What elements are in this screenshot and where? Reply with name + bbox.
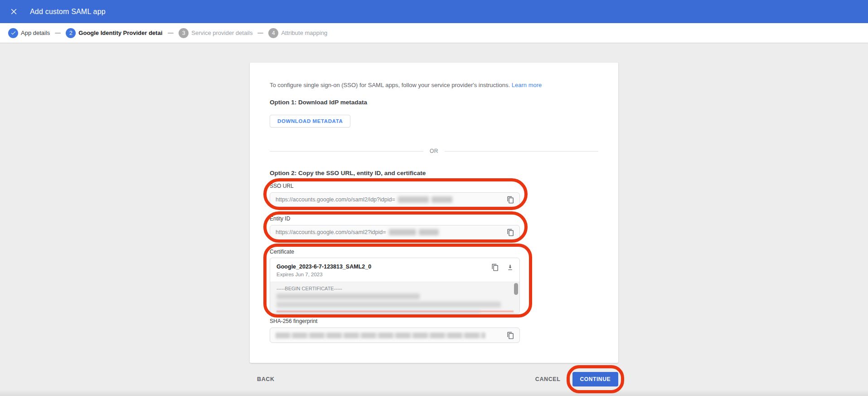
bottom-shade bbox=[0, 390, 868, 396]
redacted-certificate-line bbox=[276, 311, 514, 312]
certificate-label: Certificate bbox=[270, 249, 520, 255]
step-label: Attribute mapping bbox=[281, 29, 327, 36]
step-number-circle: 4 bbox=[268, 28, 278, 38]
entity-id-input[interactable]: https://accounts.google.com/o/saml2?idpi… bbox=[270, 225, 520, 240]
intro-text: To configure single sign-on (SSO) for SA… bbox=[270, 82, 598, 89]
learn-more-link[interactable]: Learn more bbox=[512, 82, 542, 88]
or-label: OR bbox=[423, 148, 445, 154]
entity-id-field-group: Entity ID https://accounts.google.com/o/… bbox=[270, 215, 520, 240]
or-divider: OR bbox=[270, 148, 598, 154]
step-number-circle: 3 bbox=[179, 28, 189, 38]
option2-heading: Option 2: Copy the SSO URL, entity ID, a… bbox=[270, 170, 598, 176]
step-number-circle: 2 bbox=[66, 28, 76, 38]
sso-url-label: SSO URL bbox=[270, 183, 520, 189]
step-connector bbox=[168, 33, 174, 34]
stepper-step-attribute-mapping[interactable]: 4 Attribute mapping bbox=[268, 28, 327, 38]
option1-heading: Option 1: Download IdP metadata bbox=[270, 99, 598, 106]
certificate-actions bbox=[491, 264, 514, 271]
certificate-expiry: Expires Jun 7, 2023 bbox=[276, 272, 513, 277]
copy-icon bbox=[507, 332, 514, 339]
copy-icon bbox=[507, 196, 514, 204]
cancel-button[interactable]: CANCEL bbox=[535, 376, 561, 382]
sso-url-input[interactable]: https://accounts.google.com/o/saml2/idp?… bbox=[270, 192, 520, 207]
sso-url-field-group: SSO URL https://accounts.google.com/o/sa… bbox=[270, 183, 520, 207]
sha-fingerprint-copy-button[interactable] bbox=[506, 331, 514, 339]
certificate-download-button[interactable] bbox=[506, 264, 514, 271]
entity-id-label: Entity ID bbox=[270, 215, 520, 222]
back-button[interactable]: BACK bbox=[257, 376, 275, 382]
certificate-header: Google_2023-6-7-123813_SAML2_0 Expires J… bbox=[270, 258, 519, 282]
stepper-step-idp-details[interactable]: 2 Google Identity Provider details bbox=[66, 28, 163, 38]
certificate-copy-button[interactable] bbox=[491, 264, 499, 271]
redacted-value bbox=[398, 196, 429, 203]
certificate-begin-line: -----BEGIN CERTIFICATE----- bbox=[276, 286, 508, 291]
wizard-footer: BACK CANCEL CONTINUE bbox=[250, 372, 618, 386]
download-metadata-button[interactable]: DOWNLOAD METADATA bbox=[270, 115, 350, 127]
step-complete-circle bbox=[8, 28, 18, 38]
sha-fingerprint-field-group: SHA-256 fingerprint bbox=[270, 318, 520, 343]
close-icon bbox=[10, 8, 18, 15]
stepper-step-service-provider[interactable]: 3 Service provider details bbox=[179, 28, 252, 38]
check-icon bbox=[10, 30, 16, 36]
step-connector bbox=[257, 33, 263, 34]
copy-icon bbox=[491, 264, 499, 271]
certificate-name: Google_2023-6-7-123813_SAML2_0 bbox=[276, 264, 513, 270]
continue-button[interactable]: CONTINUE bbox=[572, 372, 618, 386]
wizard-stepper: App details 2 Google Identity Provider d… bbox=[0, 23, 868, 43]
redacted-certificate-line bbox=[276, 302, 501, 308]
sha-fingerprint-input[interactable] bbox=[270, 328, 520, 343]
step-label: Service provider details bbox=[191, 29, 252, 36]
redacted-value bbox=[276, 332, 485, 338]
dialog-title: Add custom SAML app bbox=[30, 8, 106, 16]
redacted-certificate-line bbox=[276, 293, 420, 299]
intro-sentence: To configure single sign-on (SSO) for SA… bbox=[270, 82, 510, 88]
redacted-value bbox=[389, 229, 416, 235]
close-button[interactable] bbox=[7, 5, 20, 18]
continue-button-wrap: CONTINUE bbox=[572, 372, 618, 386]
step-connector bbox=[55, 33, 61, 34]
download-icon bbox=[506, 264, 514, 271]
redacted-value bbox=[432, 196, 452, 203]
sso-url-copy-button[interactable] bbox=[506, 196, 514, 204]
footer-right-actions: CANCEL CONTINUE bbox=[535, 372, 618, 386]
idp-details-card: To configure single sign-on (SSO) for SA… bbox=[250, 63, 618, 363]
entity-id-copy-button[interactable] bbox=[506, 228, 514, 236]
step-label: Google Identity Provider details bbox=[78, 29, 163, 36]
certificate-field-group: Certificate Google_2023-6-7-123813_SAML2… bbox=[270, 249, 520, 314]
divider-line bbox=[445, 151, 598, 152]
sha-fingerprint-label: SHA-256 fingerprint bbox=[270, 318, 520, 324]
copy-icon bbox=[507, 229, 514, 236]
stepper-step-app-details[interactable]: App details bbox=[8, 28, 50, 38]
certificate-box: Google_2023-6-7-123813_SAML2_0 Expires J… bbox=[270, 258, 520, 314]
certificate-body[interactable]: -----BEGIN CERTIFICATE----- bbox=[270, 282, 519, 313]
redacted-value bbox=[419, 229, 439, 235]
sso-url-value: https://accounts.google.com/o/saml2/idp?… bbox=[276, 196, 395, 203]
step-label: App details bbox=[21, 29, 50, 36]
dialog-header: Add custom SAML app bbox=[0, 0, 868, 23]
divider-line bbox=[270, 151, 423, 152]
entity-id-value: https://accounts.google.com/o/saml2?idpi… bbox=[276, 229, 386, 235]
certificate-scrollbar[interactable] bbox=[514, 283, 518, 295]
